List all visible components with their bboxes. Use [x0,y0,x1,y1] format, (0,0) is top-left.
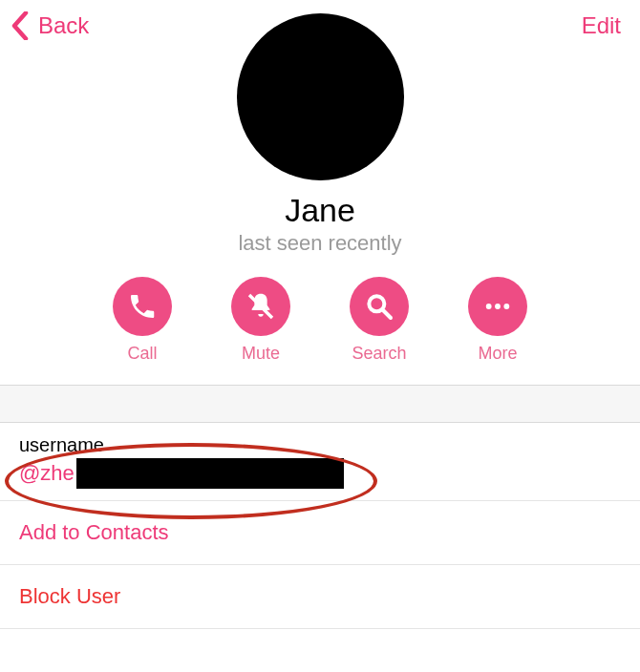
svg-line-2 [383,310,391,318]
add-to-contacts-button[interactable]: Add to Contacts [0,501,640,565]
username-text: @zhe [19,461,75,486]
bell-off-icon [231,277,290,336]
search-label: Search [352,344,406,364]
username-label: username [19,434,621,456]
mute-label: Mute [242,344,280,364]
more-icon [468,277,527,336]
block-user-button[interactable]: Block User [0,565,640,629]
profile-section: Jane last seen recently [0,42,640,256]
username-value: @zhe [19,458,621,489]
contact-name: Jane [285,192,355,229]
back-label: Back [38,12,89,39]
more-button[interactable]: More [468,277,527,364]
call-label: Call [127,344,157,364]
svg-point-4 [495,304,501,309]
chevron-left-icon [11,11,29,40]
mute-button[interactable]: Mute [231,277,290,364]
search-button[interactable]: Search [350,277,409,364]
svg-point-5 [503,304,509,309]
search-icon [350,277,409,336]
call-button[interactable]: Call [113,277,172,364]
edit-button[interactable]: Edit [582,12,621,39]
info-section: username @zhe Add to Contacts Block User [0,423,640,629]
section-divider [0,385,640,423]
action-row: Call Mute Search More [0,277,640,385]
back-button[interactable]: Back [11,11,89,40]
phone-icon [113,277,172,336]
status-text: last seen recently [238,231,401,256]
avatar[interactable] [237,13,404,180]
svg-point-3 [486,304,492,309]
redaction-block [76,458,344,489]
username-row[interactable]: username @zhe [0,423,640,501]
more-label: More [478,344,517,364]
